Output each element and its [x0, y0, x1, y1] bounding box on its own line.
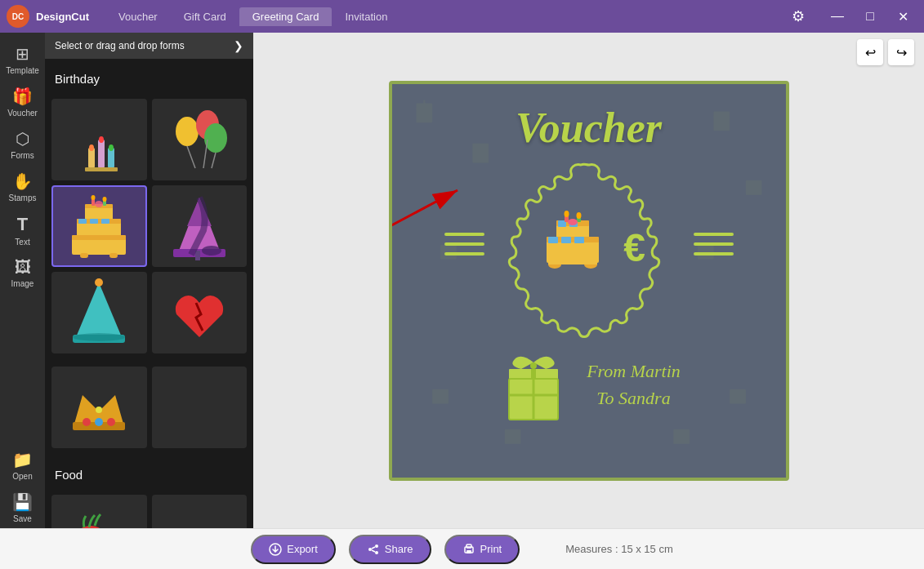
svg-point-26 — [95, 201, 103, 207]
svg-rect-102 — [466, 545, 471, 548]
svg-point-82 — [568, 219, 578, 225]
circle-content: € — [532, 207, 645, 289]
voucher-circle: € — [499, 158, 679, 338]
svg-rect-61 — [504, 429, 520, 443]
svg-rect-6 — [85, 167, 118, 171]
open-icon: 📁 — [12, 450, 33, 469]
form-item-empty[interactable] — [152, 367, 248, 448]
share-label: Share — [385, 543, 413, 555]
logo-icon: DC — [7, 5, 29, 28]
sidebar-item-stamps[interactable]: ✋ Stamps — [2, 167, 43, 207]
section-food-title: Food — [51, 461, 247, 488]
form-item-taco[interactable] — [152, 495, 248, 528]
section-birthday-title: Birthday — [51, 65, 247, 92]
svg-marker-34 — [76, 282, 122, 337]
form-item-tomato[interactable] — [51, 495, 147, 528]
voucher-title: Voucher — [516, 104, 662, 152]
print-label: Print — [480, 543, 502, 555]
measures-value: 15 x 15 cm — [621, 543, 673, 555]
measures-display: Measures : 15 x 15 cm — [565, 543, 673, 555]
svg-point-9 — [204, 123, 227, 153]
export-button[interactable]: Export — [251, 535, 336, 564]
forms-collapse-button[interactable]: ❯ — [234, 39, 243, 52]
taco-icon — [167, 507, 232, 528]
redo-button[interactable]: ↪ — [888, 39, 914, 65]
sidebar-item-save[interactable]: 💾 Save — [2, 487, 43, 528]
svg-point-4 — [99, 136, 104, 143]
svg-rect-55 — [713, 111, 730, 118]
forms-panel: Select or drag and drop forms ❯ Birthday — [45, 33, 253, 528]
app-logo: DC DesignCut — [7, 5, 89, 28]
wavy-circle: € — [499, 158, 679, 338]
svg-rect-76 — [561, 237, 571, 243]
sidebar-item-open[interactable]: 📁 Open — [2, 445, 43, 486]
svg-rect-56 — [745, 180, 761, 195]
text-icon: T — [17, 214, 28, 235]
voucher-bottom: From Martin To Sandra — [497, 346, 681, 424]
sidebar-item-image[interactable]: 🖼 Image — [2, 253, 43, 293]
svg-line-99 — [372, 547, 375, 549]
svg-rect-103 — [466, 550, 471, 553]
forms-content: Birthday — [45, 59, 253, 528]
share-button[interactable]: Share — [349, 535, 431, 564]
minimize-button[interactable]: — — [823, 2, 852, 31]
sidebar-item-template[interactable]: ⊞ Template — [2, 39, 43, 80]
center-cake-icon — [532, 207, 614, 289]
measures-label: Measures : — [565, 543, 618, 555]
svg-point-37 — [73, 333, 125, 341]
svg-rect-21 — [72, 235, 126, 240]
sidebar-item-forms[interactable]: ⬡ Forms — [2, 124, 43, 165]
crown-icon — [66, 379, 132, 436]
settings-button[interactable]: ⚙ — [783, 2, 813, 31]
voucher-card: Voucher — [389, 81, 789, 481]
from-to-text: From Martin To Sandra — [587, 358, 681, 411]
sidebar: ⊞ Template 🎁 Voucher ⬡ Forms ✋ Stamps T … — [0, 33, 45, 528]
image-icon: 🖼 — [15, 258, 31, 277]
stamps-icon: ✋ — [12, 171, 33, 191]
svg-point-42 — [107, 418, 115, 426]
svg-point-43 — [96, 407, 102, 413]
forms-header: Select or drag and drop forms ❯ — [45, 33, 253, 59]
undo-button[interactable]: ↩ — [857, 39, 883, 65]
svg-point-41 — [95, 418, 103, 426]
svg-rect-85 — [548, 260, 597, 264]
cake-icon — [62, 189, 136, 263]
titlebar: DC DesignCut Voucher Gift Card Greeting … — [0, 0, 924, 33]
tab-invitation[interactable]: Invitation — [332, 7, 400, 26]
currency-symbol: € — [623, 225, 645, 270]
svg-point-88 — [530, 362, 537, 369]
svg-rect-53 — [472, 143, 489, 149]
svg-rect-28 — [109, 253, 118, 258]
maximize-button[interactable]: □ — [855, 2, 885, 31]
candles-icon — [70, 107, 127, 172]
close-button[interactable]: ✕ — [888, 2, 917, 31]
svg-point-97 — [368, 548, 372, 551]
hat-teal-icon — [66, 276, 132, 349]
print-button[interactable]: Print — [444, 535, 520, 564]
form-item-balloons[interactable] — [152, 99, 248, 180]
sidebar-label-text: Text — [15, 238, 29, 247]
svg-rect-90 — [531, 369, 536, 379]
svg-line-12 — [212, 153, 216, 168]
titlebar-tabs: Voucher Gift Card Greeting Card Invitati… — [105, 7, 400, 26]
form-item-cake[interactable] — [51, 185, 147, 267]
svg-point-81 — [577, 212, 582, 219]
form-item-hat-purple[interactable] — [152, 185, 248, 267]
tab-giftcard[interactable]: Gift Card — [171, 7, 239, 26]
bottom-toolbar: Export Share Print Measures : 15 x 15 cm — [0, 528, 924, 569]
tab-voucher[interactable]: Voucher — [105, 7, 171, 26]
birthday-grid — [51, 99, 247, 353]
sidebar-item-text[interactable]: T Text — [2, 209, 43, 251]
sidebar-label-template: Template — [6, 66, 39, 75]
tab-greetingcard[interactable]: Greeting Card — [239, 7, 333, 26]
sidebar-item-voucher[interactable]: 🎁 Voucher — [2, 82, 43, 122]
form-item-crown[interactable] — [51, 367, 147, 448]
from-text: From Martin — [587, 358, 681, 385]
form-item-heart[interactable] — [152, 272, 248, 353]
food-grid — [51, 495, 247, 528]
sidebar-label-open: Open — [12, 472, 32, 481]
svg-point-98 — [375, 551, 378, 554]
form-item-hat-teal[interactable] — [51, 272, 147, 353]
svg-rect-54 — [713, 116, 730, 131]
form-item-candles[interactable] — [51, 99, 147, 180]
